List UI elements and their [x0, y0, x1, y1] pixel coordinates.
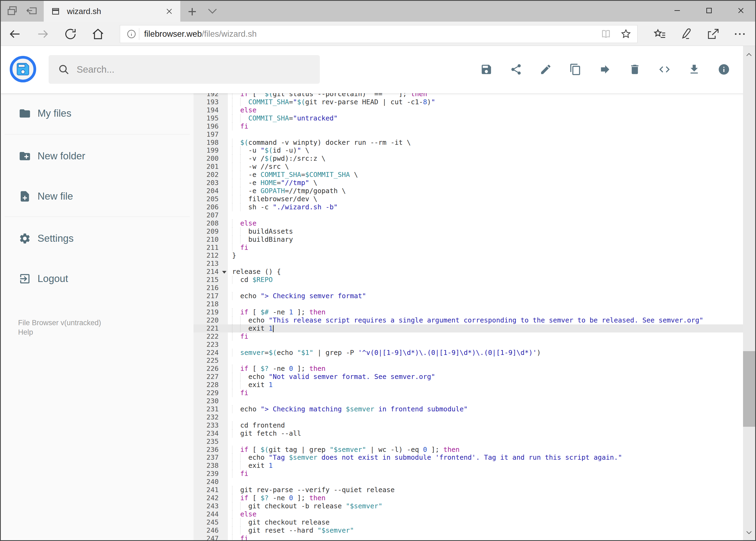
- code-line-242[interactable]: 242if [ $? -ne 0 ]; then: [193, 494, 743, 502]
- sidebar-item-new-folder[interactable]: New folder: [19, 149, 85, 164]
- code-line-220[interactable]: 220echo "This release script requires a …: [193, 316, 743, 324]
- tab-list-dropdown-button[interactable]: [206, 7, 220, 20]
- sidebar-item-new-file[interactable]: New file: [19, 189, 73, 204]
- move-button[interactable]: [599, 63, 611, 76]
- close-tab-icon[interactable]: [165, 7, 173, 15]
- code-line-226[interactable]: 226if [ $? -ne 0 ]; then: [193, 365, 743, 373]
- code-line-219[interactable]: 219if [ $# -ne 1 ]; then: [193, 308, 743, 316]
- scrollbar-thumb[interactable]: [743, 351, 755, 427]
- code-line-236[interactable]: 236if [ $(git tag | grep "$semver" | wc …: [193, 446, 743, 454]
- minimize-button[interactable]: [669, 4, 685, 17]
- filebrowser-logo[interactable]: [10, 56, 36, 82]
- share-page-button[interactable]: [706, 27, 720, 41]
- code-line-233[interactable]: 233cd frontend: [193, 421, 743, 429]
- info-button[interactable]: [718, 63, 730, 76]
- code-line-203[interactable]: 203-e HOME="//tmp" \: [193, 179, 743, 187]
- sidebar-item-settings[interactable]: Settings: [19, 231, 74, 246]
- code-line-246[interactable]: 246git reset --hard "$semver": [193, 526, 743, 535]
- code-line-217[interactable]: 217echo "> Checking semver format": [193, 292, 743, 300]
- search-input[interactable]: [77, 64, 293, 75]
- set-tabs-aside-button[interactable]: [25, 4, 38, 17]
- tab-preview-button[interactable]: [5, 4, 19, 17]
- code-line-247[interactable]: 247fi: [193, 535, 743, 540]
- code-line-235[interactable]: 235: [193, 437, 743, 446]
- code-line-193[interactable]: 193COMMIT_SHA="$(git rev-parse HEAD | cu…: [193, 98, 743, 106]
- code-line-215[interactable]: 215cd $REPO: [193, 276, 743, 284]
- code-line-222[interactable]: 222fi: [193, 332, 743, 340]
- code-line-194[interactable]: 194else: [193, 106, 743, 114]
- code-line-237[interactable]: 237echo "Tag $semver does not exist in s…: [193, 453, 743, 462]
- edit-button[interactable]: [540, 63, 552, 76]
- address-bar[interactable]: filebrowser.web/files/wizard.sh: [120, 25, 637, 43]
- delete-button[interactable]: [629, 63, 641, 76]
- code-line-209[interactable]: 209buildAssets: [193, 228, 743, 236]
- share-button[interactable]: [510, 63, 522, 76]
- new-tab-button[interactable]: +: [184, 3, 200, 20]
- copy-button[interactable]: [569, 63, 582, 76]
- code-line-214[interactable]: 214release () {: [193, 268, 743, 276]
- scrollbar-down-button[interactable]: [745, 528, 753, 536]
- code-line-230[interactable]: 230: [193, 397, 743, 405]
- more-options-button[interactable]: [733, 27, 747, 41]
- code-line-207[interactable]: 207: [193, 211, 743, 219]
- code-line-205[interactable]: 205filebrowser/dev \: [193, 195, 743, 203]
- sidebar-item-logout[interactable]: Logout: [19, 271, 68, 286]
- close-window-button[interactable]: [733, 4, 749, 17]
- code-line-243[interactable]: 243git checkout -b release "$semver": [193, 502, 743, 510]
- save-button[interactable]: [480, 63, 493, 76]
- code-line-200[interactable]: 200-v /$(pwd):/src:z \: [193, 155, 743, 163]
- scrollbar-up-button[interactable]: [745, 51, 753, 59]
- code-line-195[interactable]: 195COMMIT_SHA="untracked": [193, 114, 743, 122]
- code-line-206[interactable]: 206sh -c "./wizard.sh -b": [193, 203, 743, 211]
- code-line-212[interactable]: 212}: [193, 252, 743, 260]
- code-line-210[interactable]: 210buildBinary: [193, 236, 743, 244]
- annotate-pen-button[interactable]: [679, 27, 693, 41]
- url-text[interactable]: filebrowser.web/files/wizard.sh: [144, 29, 257, 39]
- fold-marker-icon[interactable]: [222, 271, 226, 273]
- code-line-245[interactable]: 245git checkout release: [193, 518, 743, 526]
- code-line-192[interactable]: 192if [ "$(git status --porcelain)" == "…: [193, 93, 743, 98]
- sidebar-item-my-files[interactable]: My files: [19, 106, 71, 121]
- code-line-224[interactable]: 224semver=$(echo "$1" | grep -P '^v(0|[1…: [193, 349, 743, 357]
- home-button[interactable]: [91, 27, 105, 41]
- code-editor[interactable]: 192if [ "$(git status --porcelain)" == "…: [193, 93, 743, 540]
- favorites-hub-button[interactable]: [652, 27, 667, 41]
- code-line-208[interactable]: 208else: [193, 219, 743, 228]
- code-line-223[interactable]: 223: [193, 340, 743, 349]
- active-tab[interactable]: wizard.sh: [44, 1, 180, 22]
- code-line-216[interactable]: 216: [193, 284, 743, 292]
- site-info-icon[interactable]: [126, 29, 137, 39]
- download-button[interactable]: [688, 63, 700, 76]
- code-line-211[interactable]: 211fi: [193, 244, 743, 252]
- code-view-button[interactable]: [658, 63, 671, 76]
- code-line-239[interactable]: 239fi: [193, 470, 743, 478]
- code-line-213[interactable]: 213: [193, 260, 743, 268]
- code-line-227[interactable]: 227echo "Not valid semver format. See se…: [193, 373, 743, 381]
- code-line-202[interactable]: 202-e COMMIT_SHA=$COMMIT_SHA \: [193, 171, 743, 179]
- code-line-234[interactable]: 234git fetch --all: [193, 429, 743, 437]
- refresh-button[interactable]: [64, 27, 78, 41]
- page-scrollbar[interactable]: [743, 46, 755, 540]
- code-line-204[interactable]: 204-e GOPATH=//tmp/gopath \: [193, 187, 743, 195]
- code-line-238[interactable]: 238exit 1: [193, 462, 743, 470]
- maximize-button[interactable]: [701, 4, 717, 17]
- code-line-196[interactable]: 196fi: [193, 122, 743, 131]
- code-line-225[interactable]: 225: [193, 356, 743, 365]
- code-line-197[interactable]: 197: [193, 131, 743, 139]
- code-line-241[interactable]: 241git rev-parse --verify --quiet releas…: [193, 486, 743, 494]
- code-line-199[interactable]: 199-u "$(id -u)" \: [193, 146, 743, 155]
- favorite-star-icon[interactable]: [620, 28, 632, 40]
- code-line-240[interactable]: 240: [193, 478, 743, 486]
- code-line-228[interactable]: 228exit 1: [193, 381, 743, 389]
- code-line-198[interactable]: 198$(command -v winpty) docker run --rm …: [193, 139, 743, 147]
- code-line-232[interactable]: 232: [193, 413, 743, 421]
- back-button[interactable]: [8, 27, 22, 41]
- code-line-221[interactable]: 221exit 1: [193, 324, 743, 332]
- code-line-218[interactable]: 218: [193, 300, 743, 308]
- code-line-231[interactable]: 231echo "> Checking matching $semver in …: [193, 405, 743, 413]
- code-line-229[interactable]: 229fi: [193, 389, 743, 397]
- help-link[interactable]: Help: [18, 328, 33, 336]
- code-line-201[interactable]: 201-w //src \: [193, 163, 743, 171]
- forward-button[interactable]: [36, 27, 50, 41]
- code-line-244[interactable]: 244else: [193, 510, 743, 518]
